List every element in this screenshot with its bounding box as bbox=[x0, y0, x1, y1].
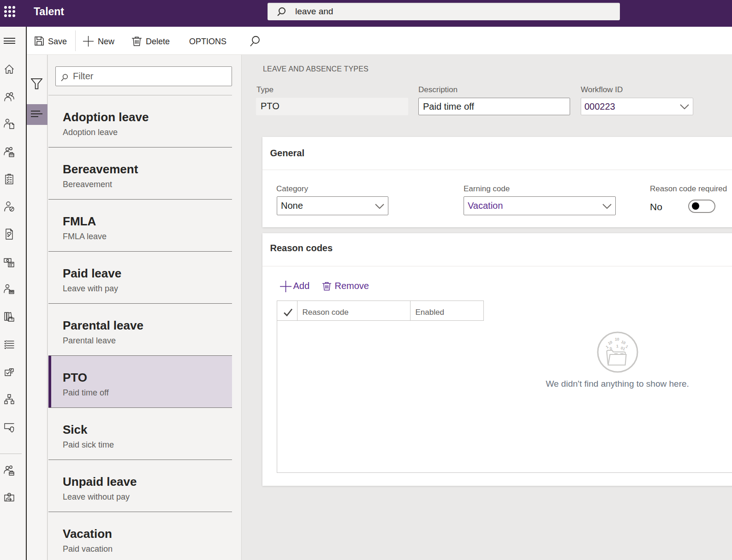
svg-text:10: 10 bbox=[607, 339, 613, 345]
svg-text:1: 1 bbox=[616, 344, 619, 348]
svg-text:1: 1 bbox=[625, 344, 629, 349]
svg-text:10: 10 bbox=[615, 337, 619, 342]
svg-text:10: 10 bbox=[620, 339, 626, 345]
svg-text:01: 01 bbox=[620, 345, 626, 351]
